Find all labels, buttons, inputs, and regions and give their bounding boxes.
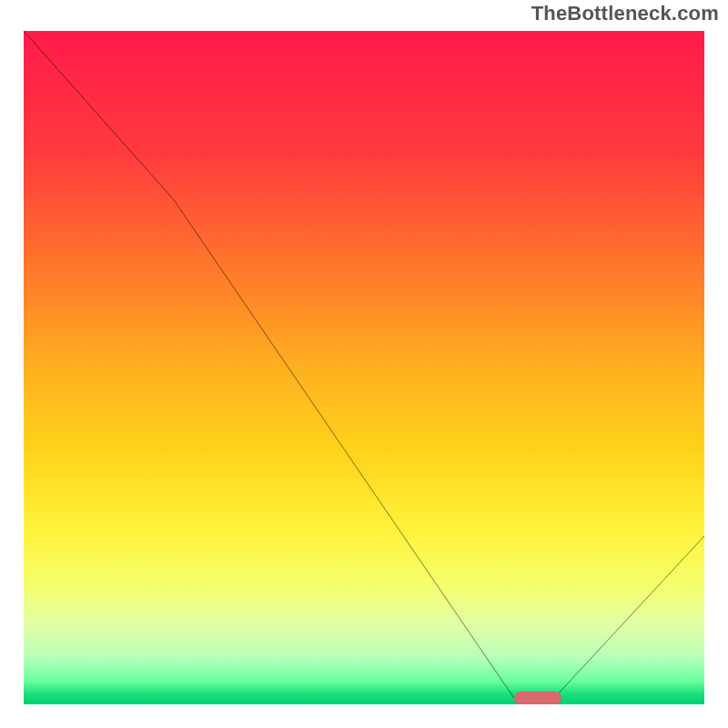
bottleneck-curve [24,31,704,698]
watermark-text: TheBottleneck.com [531,2,719,25]
optimal-range-marker [514,692,561,704]
plot-area [18,25,710,710]
chart-stage: TheBottleneck.com [0,0,728,728]
curve-layer [24,31,704,704]
